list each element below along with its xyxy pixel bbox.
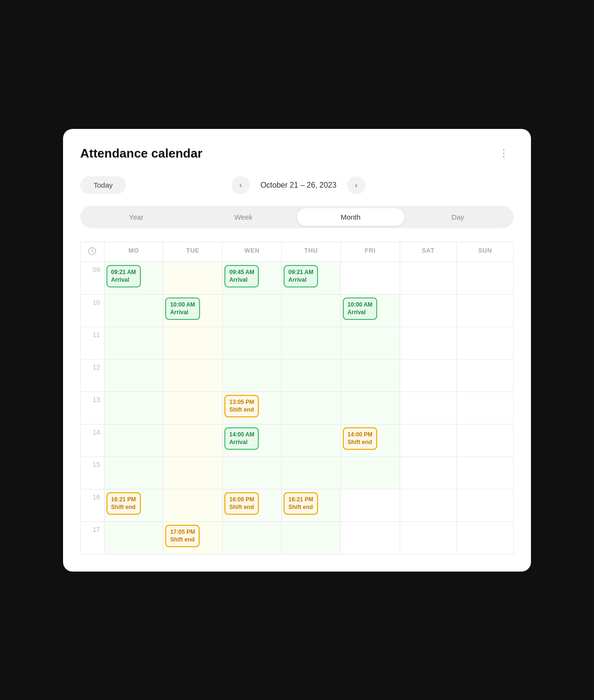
cell-sun-11 — [456, 327, 513, 359]
time-label-15: 15 — [81, 456, 105, 489]
cell-mo-16: 16:21 PM Shift end — [104, 489, 163, 521]
next-icon: › — [355, 181, 357, 190]
cell-fri-12 — [340, 359, 400, 392]
cell-thu-12 — [282, 359, 341, 392]
event-tue-shift-end-17[interactable]: 17:05 PM Shift end — [165, 525, 200, 548]
event-thu-arrival[interactable]: 09:21 AM Arrival — [284, 265, 318, 288]
event-wen-arrival-14[interactable]: 14:00 AM Arrival — [224, 427, 259, 450]
tab-week[interactable]: Week — [190, 208, 297, 226]
event-tue-arrival[interactable]: 10:00 AM Arrival — [165, 297, 200, 320]
attendance-card: Attendance calendar ⋮ Today ‹ October 21… — [63, 129, 531, 572]
page-title: Attendance calendar — [80, 146, 202, 161]
cell-wen-09: 09:45 AM Arrival — [223, 262, 282, 294]
time-label-12: 12 — [81, 359, 105, 392]
cell-wen-16: 16:00 PM Shift end — [223, 489, 282, 521]
calendar-grid: MO TUE WEN THU FRI SAT SUN 09 09:21 AM A… — [80, 242, 514, 554]
cell-sat-17 — [400, 521, 456, 554]
cell-tue-13 — [163, 392, 223, 424]
cell-sun-15 — [456, 456, 513, 489]
cell-sun-12 — [456, 359, 513, 392]
cell-thu-17 — [282, 521, 341, 554]
event-fri-shift-end-14[interactable]: 14:00 PM Shift end — [343, 427, 377, 450]
cell-tue-10: 10:00 AM Arrival — [163, 294, 223, 327]
time-label-16: 16 — [81, 489, 105, 521]
hour-row-14: 14 14:00 AM Arrival 14:00 PM Shift end — [81, 424, 514, 456]
cell-sat-09 — [400, 262, 456, 294]
cell-fri-11 — [340, 327, 400, 359]
cell-fri-10: 10:00 AM Arrival — [340, 294, 400, 327]
more-options-button[interactable]: ⋮ — [495, 146, 514, 160]
cell-mo-14 — [104, 424, 163, 456]
cell-fri-16 — [340, 489, 400, 521]
tab-month[interactable]: Month — [297, 208, 404, 226]
col-header-sun: SUN — [456, 242, 513, 262]
cell-sat-11 — [400, 327, 456, 359]
cell-wen-10 — [223, 294, 282, 327]
time-label-13: 13 — [81, 392, 105, 424]
cell-wen-14: 14:00 AM Arrival — [223, 424, 282, 456]
cell-sat-10 — [400, 294, 456, 327]
cell-mo-09: 09:21 AM Arrival — [104, 262, 163, 294]
cell-sat-14 — [400, 424, 456, 456]
cell-tue-14 — [163, 424, 223, 456]
cell-thu-10 — [282, 294, 341, 327]
today-button[interactable]: Today — [80, 176, 126, 194]
col-header-sat: SAT — [400, 242, 456, 262]
col-header-fri: FRI — [340, 242, 400, 262]
time-label-11: 11 — [81, 327, 105, 359]
cell-mo-15 — [104, 456, 163, 489]
card-header: Attendance calendar ⋮ — [80, 146, 514, 161]
col-header-wen: WEN — [223, 242, 282, 262]
cell-thu-11 — [282, 327, 341, 359]
event-thu-shift-end-16[interactable]: 16:21 PM Shift end — [284, 492, 318, 515]
time-label-10: 10 — [81, 294, 105, 327]
event-wen-shift-end-13[interactable]: 13:05 PM Shift end — [224, 395, 259, 418]
event-wen-arrival[interactable]: 09:45 AM Arrival — [224, 265, 259, 288]
cell-tue-16 — [163, 489, 223, 521]
view-tabs-bar: Year Week Month Day — [80, 206, 514, 228]
cell-sat-12 — [400, 359, 456, 392]
event-mo-arrival[interactable]: 09:21 AM Arrival — [106, 265, 141, 288]
cell-sat-13 — [400, 392, 456, 424]
hour-row-12: 12 — [81, 359, 514, 392]
cell-sat-15 — [400, 456, 456, 489]
cell-sat-16 — [400, 489, 456, 521]
cell-fri-13 — [340, 392, 400, 424]
cell-fri-09 — [340, 262, 400, 294]
time-header — [81, 242, 105, 262]
cell-tue-09 — [163, 262, 223, 294]
event-fri-arrival[interactable]: 10:00 AM Arrival — [343, 297, 377, 320]
hour-row-16: 16 16:21 PM Shift end 16:00 PM Shift end — [81, 489, 514, 521]
tab-day[interactable]: Day — [404, 208, 512, 226]
next-button[interactable]: › — [347, 176, 365, 194]
cell-tue-12 — [163, 359, 223, 392]
time-label-17: 17 — [81, 521, 105, 554]
prev-icon: ‹ — [239, 181, 242, 190]
cell-mo-11 — [104, 327, 163, 359]
time-label-14: 14 — [81, 424, 105, 456]
cell-mo-12 — [104, 359, 163, 392]
cell-sun-10 — [456, 294, 513, 327]
prev-button[interactable]: ‹ — [232, 176, 250, 194]
hour-row-15: 15 — [81, 456, 514, 489]
cell-thu-16: 16:21 PM Shift end — [282, 489, 341, 521]
cell-wen-15 — [223, 456, 282, 489]
cell-thu-15 — [282, 456, 341, 489]
cell-tue-11 — [163, 327, 223, 359]
cell-thu-14 — [282, 424, 341, 456]
cell-tue-15 — [163, 456, 223, 489]
date-range-label: October 21 – 26, 2023 — [255, 181, 341, 190]
hour-row-10: 10 10:00 AM Arrival 10:00 AM Arrival — [81, 294, 514, 327]
cell-thu-13 — [282, 392, 341, 424]
cell-wen-12 — [223, 359, 282, 392]
cell-fri-15 — [340, 456, 400, 489]
event-wen-shift-end-16[interactable]: 16:00 PM Shift end — [224, 492, 259, 515]
cell-tue-17: 17:05 PM Shift end — [163, 521, 223, 554]
cell-fri-17 — [340, 521, 400, 554]
cell-wen-17 — [223, 521, 282, 554]
event-mo-shift-end-16[interactable]: 16:21 PM Shift end — [106, 492, 141, 515]
cell-mo-13 — [104, 392, 163, 424]
tab-year[interactable]: Year — [83, 208, 190, 226]
cell-sun-09 — [456, 262, 513, 294]
date-navigation: ‹ October 21 – 26, 2023 › — [232, 176, 365, 194]
